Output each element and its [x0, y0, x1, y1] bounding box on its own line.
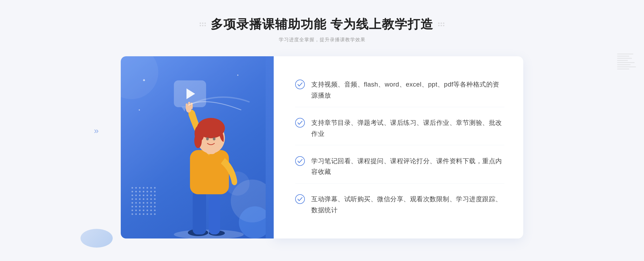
sparkle-icon-1: ✦	[142, 78, 146, 83]
feature-item-1: 支持视频、音频、flash、word、excel、ppt、pdf等各种格式的资源…	[295, 73, 504, 107]
check-circle-icon-2	[295, 118, 305, 128]
check-circle-icon-4	[295, 194, 305, 204]
check-circle-icon-3	[295, 156, 305, 166]
bottom-ellipse-deco	[80, 229, 113, 248]
check-circle-icon-1	[295, 80, 305, 89]
svg-point-19	[295, 156, 305, 166]
svg-point-0	[174, 230, 244, 238]
features-card: 支持视频、音频、flash、word、excel、ppt、pdf等各种格式的资源…	[274, 56, 523, 238]
illustration-card: ✦ ✦ ✦	[121, 56, 266, 238]
svg-rect-4	[209, 196, 220, 234]
svg-point-12	[213, 137, 215, 140]
svg-point-17	[295, 80, 305, 89]
stripe-decoration	[617, 54, 636, 69]
svg-rect-5	[190, 150, 229, 194]
feature-item-4: 互动弹幕、试听购买、微信分享、观看次数限制、学习进度跟踪、数据统计	[295, 188, 504, 222]
title-row: 多项录播课辅助功能 专为线上教学打造	[200, 16, 445, 33]
svg-rect-3	[193, 190, 206, 234]
svg-point-10	[194, 133, 202, 148]
svg-point-20	[295, 195, 305, 204]
feature-item-3: 学习笔记回看、课程提问、课程评论打分、课件资料下载，重点内容收藏	[295, 150, 504, 184]
main-title: 多项录播课辅助功能 专为线上教学打造	[211, 16, 434, 33]
deco-circle-top	[121, 56, 158, 99]
svg-point-18	[295, 118, 305, 127]
svg-rect-14	[186, 103, 188, 109]
subtitle: 学习进度全掌握，提升录播课教学效果	[200, 36, 445, 43]
feature-text-2: 支持章节目录、弹题考试、课后练习、课后作业、章节测验、批改作业	[311, 117, 504, 139]
deco-dots-left	[200, 23, 206, 26]
chevron-left-icon: »	[94, 126, 99, 136]
sparkle-icon-2: ✦	[237, 74, 239, 77]
sparkle-icon-3: ✦	[138, 109, 140, 111]
deco-dots-right	[438, 23, 444, 26]
blue-strip	[266, 56, 274, 238]
feature-text-4: 互动弹幕、试听购买、微信分享、观看次数限制、学习进度跟踪、数据统计	[311, 194, 504, 216]
feature-text-1: 支持视频、音频、flash、word、excel、ppt、pdf等各种格式的资源…	[311, 79, 504, 101]
content-area: ✦ ✦ ✦	[121, 56, 523, 238]
feature-text-3: 学习笔记回看、课程提问、课程评论打分、课件资料下载，重点内容收藏	[311, 156, 504, 178]
feature-item-2: 支持章节目录、弹题考试、课后练习、课后作业、章节测验、批改作业	[295, 111, 504, 146]
svg-point-11	[206, 137, 209, 140]
page-wrapper: » 多项录播课辅助功能 专为线上教学打造 学习进度全掌握，提升录播课教学效果	[0, 0, 644, 261]
illus-dot-grid	[131, 187, 156, 217]
header-section: 多项录播课辅助功能 专为线上教学打造 学习进度全掌握，提升录播课教学效果	[200, 16, 445, 43]
